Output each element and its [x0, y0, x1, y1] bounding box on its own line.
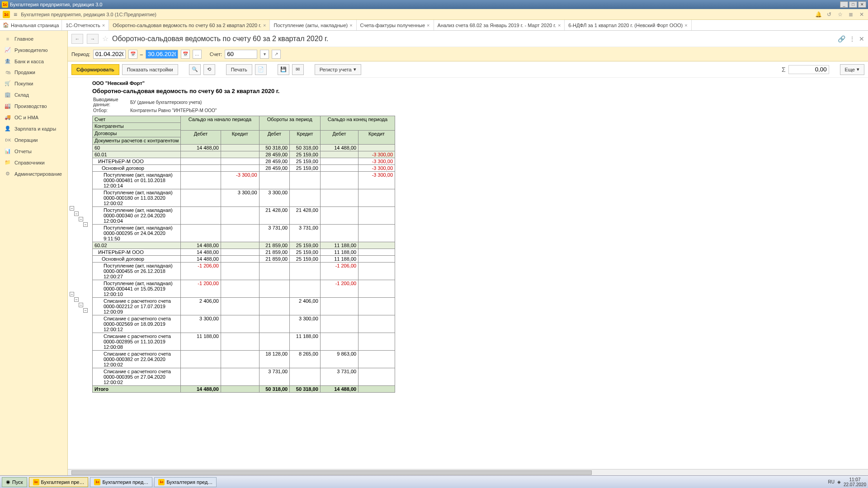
tree-toggle-icon[interactable]: − — [74, 211, 79, 216]
table-row[interactable]: Основной договор28 459,0025 159,00-3 300… — [93, 165, 395, 172]
account-label: Счет: — [210, 52, 222, 57]
sidebar-item[interactable]: ᴅᴋОперации — [0, 134, 67, 145]
tab-osv60[interactable]: Оборотно-сальдовая ведомость по счету 60… — [109, 20, 270, 30]
account-input[interactable] — [225, 50, 257, 59]
show-settings-button[interactable]: Показать настройки — [122, 64, 178, 75]
account-dropdown-icon[interactable]: ▾ — [260, 50, 269, 59]
tree-toggle-icon[interactable]: − — [79, 303, 83, 307]
calendar-from-icon[interactable]: 📅 — [128, 50, 137, 59]
period-from-input[interactable] — [93, 50, 126, 59]
taskbar-app2[interactable]: 1cБухгалтерия пред… — [90, 477, 152, 487]
tree-toggle-icon[interactable]: − — [83, 222, 88, 227]
tree-toggle-icon[interactable]: − — [79, 217, 83, 221]
table-row[interactable]: Поступление (акт, накладная) 0000-000180… — [93, 189, 395, 207]
register-button[interactable]: Регистр учета ▾ — [315, 64, 361, 75]
tree-toggle-icon[interactable]: − — [70, 206, 74, 211]
sidebar-item[interactable]: 📊Отчеты — [0, 145, 67, 157]
table-row[interactable]: 60.0128 459,0025 159,00-3 300,00 — [93, 151, 395, 158]
sidebar-item[interactable]: 📁Справочники — [0, 157, 67, 168]
tab-6ndfl[interactable]: 6-НДФЛ за 1 квартал 2020 г. (Невский Фор… — [565, 20, 691, 30]
minimize-button[interactable]: _ — [840, 1, 848, 8]
sidebar-item[interactable]: 🏦Банк и касса — [0, 56, 67, 67]
horizontal-scrollbar[interactable] — [68, 469, 868, 475]
close-window-button[interactable]: ✕ — [858, 1, 866, 8]
tab-invoice[interactable]: Счета-фактуры полученные× — [357, 20, 434, 30]
calendar-to-icon[interactable]: 📅 — [181, 50, 190, 59]
email-button[interactable]: ✉ — [292, 64, 304, 75]
report-params: Период: 📅 – 📅 … Счет: ▾ ↗ — [68, 47, 868, 61]
tab-close-icon[interactable]: × — [102, 23, 105, 28]
form-report-button[interactable]: Сформировать — [71, 64, 119, 75]
sidebar-item[interactable]: ≡Главное — [0, 33, 67, 44]
link-icon[interactable]: 🔗 — [838, 35, 845, 42]
window-titlebar: 1c Бухгалтерия предприятия, редакция 3.0… — [0, 0, 868, 9]
tab-close-icon[interactable]: × — [427, 23, 429, 28]
table-row[interactable]: Списание с расчетного счета 0000-000395 … — [93, 368, 395, 386]
more-icon[interactable]: ⋮ — [849, 35, 855, 42]
favorite-icon[interactable]: ☆ — [102, 34, 108, 43]
account-open-icon[interactable]: ↗ — [272, 50, 281, 59]
history-icon[interactable]: ↺ — [826, 11, 833, 18]
table-row[interactable]: Поступление (акт, накладная) 0000-000295… — [93, 225, 395, 242]
sidebar-item[interactable]: 🚚ОС и НМА — [0, 112, 67, 123]
close-page-icon[interactable]: ✕ — [859, 35, 864, 42]
sidebar-item[interactable]: 🏭Производство — [0, 100, 67, 112]
tab-analysis[interactable]: Анализ счета 68.02 за Январь 2019 г. - М… — [434, 20, 565, 30]
tree-toggle-icon[interactable]: − — [70, 292, 74, 296]
taskbar-app3[interactable]: 1cБухгалтерия пред… — [154, 477, 217, 487]
table-row[interactable]: Поступление (акт, накладная) 0000-000455… — [93, 263, 395, 280]
col-contragent: Контрагенты — [93, 122, 180, 129]
sidebar-item[interactable]: 🛒Покупки — [0, 78, 67, 89]
sidebar-item[interactable]: 👤Зарплата и кадры — [0, 123, 67, 134]
table-row[interactable]: Итого14 488,0050 318,0050 318,0014 488,0… — [93, 386, 395, 393]
table-row[interactable]: 6014 488,0050 318,0050 318,0014 488,00 — [93, 145, 395, 151]
nav-forward-button[interactable]: → — [87, 34, 99, 44]
print-button[interactable]: Печать — [226, 64, 252, 75]
period-to-input[interactable] — [146, 50, 178, 59]
print-preview-button[interactable]: 📄 — [255, 64, 267, 75]
table-row[interactable]: Списание с расчетного счета 0000-002895 … — [93, 333, 395, 351]
table-row[interactable]: Списание с расчетного счета 0000-002569 … — [93, 315, 395, 333]
sidebar-item[interactable]: 📈Руководителю — [0, 44, 67, 56]
tab-close-icon[interactable]: × — [263, 23, 266, 28]
refresh-button[interactable]: ⟲ — [203, 64, 215, 75]
tab-close-icon[interactable]: × — [349, 23, 352, 28]
tab-home[interactable]: 🏠Начальная страница — [0, 20, 62, 30]
sidebar-item[interactable]: ⚙Администрирование — [0, 168, 67, 179]
more-button[interactable]: Еще ▾ — [840, 64, 864, 75]
app-close-icon[interactable]: ✕ — [858, 11, 865, 18]
period-picker-button[interactable]: … — [193, 50, 202, 59]
hamburger-icon[interactable]: ≡ — [14, 11, 17, 18]
taskbar-app1[interactable]: 1cБухгалтерия пре… — [29, 477, 89, 487]
tab-receipt[interactable]: Поступление (акты, накладные)× — [270, 20, 356, 30]
clock[interactable]: 11:07 22.07.2020 — [844, 477, 866, 487]
sidebar-item[interactable]: 🛍Продажи — [0, 67, 67, 78]
bell-icon[interactable]: 🔔 — [815, 11, 822, 18]
table-row[interactable]: Списание с расчетного счета 0000-002212 … — [93, 298, 395, 315]
tray-icon[interactable]: ◈ — [837, 479, 841, 484]
table-row[interactable]: Поступление (акт, накладная) 0000-000340… — [93, 207, 395, 225]
save-button[interactable]: 💾 — [278, 64, 289, 75]
tree-toggle-icon[interactable]: − — [74, 297, 79, 302]
tab-close-icon[interactable]: × — [684, 23, 687, 28]
table-row[interactable]: Основной договор14 488,0021 859,0025 159… — [93, 256, 395, 263]
table-row[interactable]: Списание с расчетного счета 0000-000382 … — [93, 351, 395, 368]
table-row[interactable]: ИНТЕРЬЕР-М ООО28 459,0025 159,00-3 300,0… — [93, 158, 395, 165]
find-button[interactable]: 🔍 — [189, 64, 201, 75]
language-indicator[interactable]: RU — [828, 479, 834, 484]
sidebar-item[interactable]: 🏢Склад — [0, 89, 67, 100]
star-icon[interactable]: ☆ — [836, 11, 844, 18]
sidebar-label: ОС и НМА — [14, 115, 38, 120]
maximize-button[interactable]: □ — [849, 1, 857, 8]
sum-input[interactable] — [788, 65, 829, 74]
start-button[interactable]: ◉Пуск — [2, 477, 27, 487]
tab-1c-report[interactable]: 1С-Отчетность× — [62, 20, 109, 30]
table-row[interactable]: ИНТЕРЬЕР-М ООО14 488,0021 859,0025 159,0… — [93, 249, 395, 256]
tree-toggle-icon[interactable]: − — [83, 308, 88, 313]
table-row[interactable]: Поступление (акт, накладная) 0000-000481… — [93, 172, 395, 189]
nav-back-button[interactable]: ← — [71, 34, 83, 44]
table-row[interactable]: Поступление (акт, накладная) 0000-000441… — [93, 280, 395, 298]
tab-close-icon[interactable]: × — [558, 23, 561, 28]
app-settings-icon[interactable]: ≣ — [847, 11, 854, 18]
table-row[interactable]: 60.0214 488,0021 859,0025 159,0011 188,0… — [93, 242, 395, 249]
